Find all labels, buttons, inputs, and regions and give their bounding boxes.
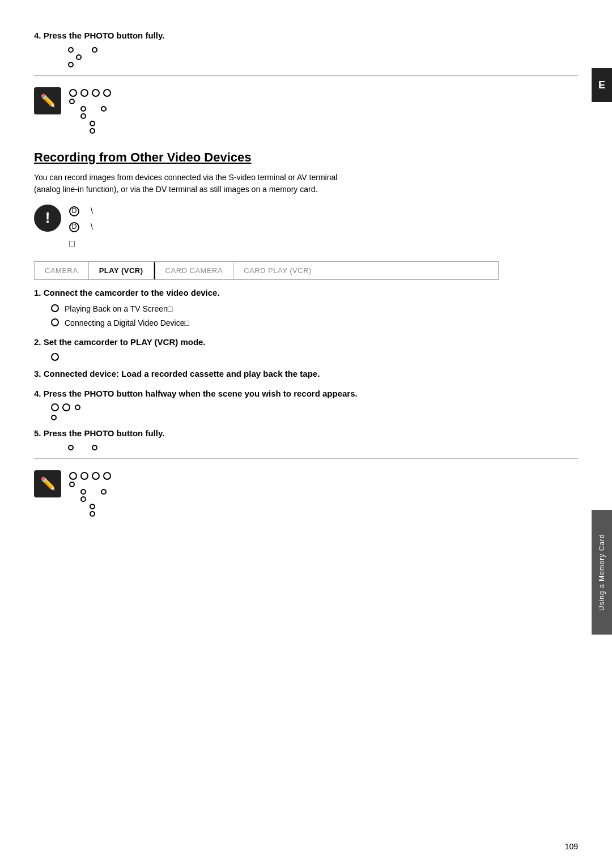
- tab-e: E: [592, 68, 612, 102]
- tab-card-play-vcr[interactable]: CARD PLAY (VCR): [233, 262, 322, 279]
- tab-card-camera[interactable]: CARD CAMERA: [155, 262, 234, 279]
- step-5: 5. Press the PHOTO button fully.: [34, 427, 578, 440]
- warning-icon: !: [34, 205, 61, 232]
- step-4: 4. Press the PHOTO button halfway when t…: [34, 388, 578, 401]
- page-container: E Using a Memory Card 4. Press the PHOTO…: [0, 0, 612, 868]
- step-3: 3. Connected device: Load a recorded cas…: [34, 368, 578, 381]
- section-heading-main: Recording from Other Video Devices: [34, 150, 578, 165]
- mode-tabs: CAMERA PLAY (VCR) CARD CAMERA CARD PLAY …: [34, 261, 499, 280]
- pencil-icon-1: ✏️: [34, 87, 61, 114]
- top-dots-area: [68, 47, 578, 67]
- divider-top: [34, 75, 578, 76]
- divider-bottom: [34, 458, 578, 459]
- side-tab-memory-card: Using a Memory Card: [592, 510, 612, 635]
- body-text-1: You can record images from devices conne…: [34, 172, 578, 195]
- note-block-2: ✏️: [34, 467, 578, 522]
- tab-play-vcr[interactable]: PLAY (VCR): [89, 262, 154, 279]
- step-1: 1. Connect the camcorder to the video de…: [34, 287, 578, 300]
- pencil-icon-2: ✏️: [34, 470, 61, 497]
- warning-content: D \ D \ □: [69, 205, 93, 253]
- step-heading-top: 4. Press the PHOTO button fully.: [34, 29, 578, 42]
- step1-item1: Playing Back on a TV Screen□: [51, 303, 578, 315]
- page-number: 109: [565, 842, 578, 851]
- step-2: 2. Set the camcorder to PLAY (VCR) mode.: [34, 336, 578, 349]
- step1-item2: Connecting a Digital Video Device□: [51, 317, 578, 329]
- step5-dots: [68, 445, 578, 450]
- step4-items: [51, 403, 578, 420]
- note-content-1: [69, 87, 111, 135]
- step2-item1: [51, 352, 578, 361]
- note-block-1: ✏️: [34, 84, 578, 139]
- tab-camera[interactable]: CAMERA: [35, 262, 89, 279]
- note-content-2: [69, 470, 111, 518]
- warning-block: ! D \ D \ □: [34, 201, 578, 256]
